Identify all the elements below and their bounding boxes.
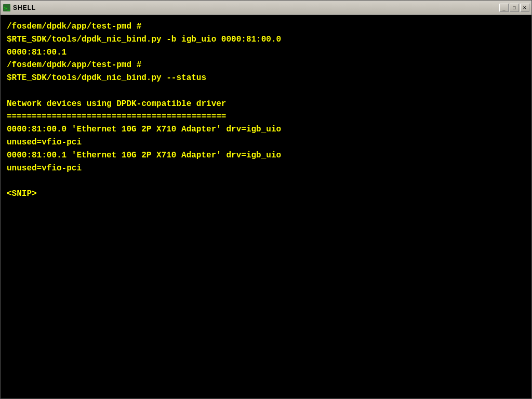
terminal-line: $RTE_SDK/tools/dpdk_nic_bind.py --status	[7, 72, 525, 85]
terminal-output: /fosdem/dpdk/app/test-pmd #$RTE_SDK/tool…	[7, 20, 525, 201]
terminal-line: 0000:81:00.1	[7, 46, 525, 59]
maximize-button[interactable]: □	[510, 4, 519, 12]
terminal-line: 0000:81:00.1 'Ethernet 10G 2P X710 Adapt…	[7, 149, 525, 162]
terminal-area[interactable]: /fosdem/dpdk/app/test-pmd #$RTE_SDK/tool…	[1, 15, 531, 398]
terminal-icon: >_	[3, 4, 11, 12]
terminal-empty-line	[7, 175, 525, 188]
svg-text:>_: >_	[4, 6, 10, 11]
window-title: SHELL	[13, 4, 36, 11]
terminal-line: /fosdem/dpdk/app/test-pmd #	[7, 59, 525, 72]
terminal-empty-line	[7, 85, 525, 98]
terminal-line: /fosdem/dpdk/app/test-pmd #	[7, 20, 525, 33]
title-bar-controls: _ □ ✕	[499, 4, 529, 12]
terminal-line: <SNIP>	[7, 188, 525, 201]
title-bar-left: >_ SHELL	[3, 4, 36, 12]
terminal-line: 0000:81:00.0 'Ethernet 10G 2P X710 Adapt…	[7, 123, 525, 136]
terminal-line: unused=vfio-pci	[7, 136, 525, 149]
shell-window: >_ SHELL _ □ ✕ /fosdem/dpdk/app/test-pmd…	[0, 0, 532, 399]
terminal-line: $RTE_SDK/tools/dpdk_nic_bind.py -b igb_u…	[7, 33, 525, 46]
terminal-line: Network devices using DPDK-compatible dr…	[7, 98, 525, 111]
terminal-line: ========================================…	[7, 111, 525, 124]
minimize-button[interactable]: _	[499, 4, 509, 12]
terminal-line: unused=vfio-pci	[7, 162, 525, 175]
close-button[interactable]: ✕	[520, 4, 529, 12]
title-bar: >_ SHELL _ □ ✕	[1, 1, 531, 15]
